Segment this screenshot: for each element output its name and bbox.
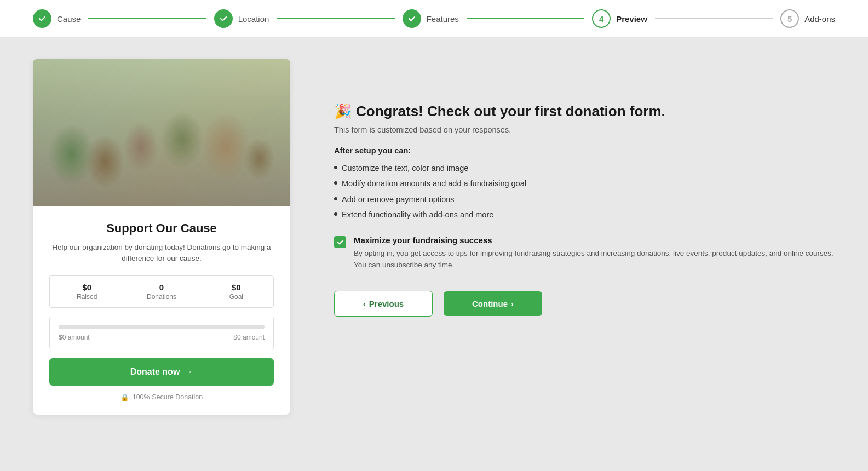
maximize-desc: By opting in, you get access to tips for…	[354, 248, 835, 271]
goal-label: Goal	[204, 293, 269, 301]
maximize-title: Maximize your fundraising success	[354, 236, 835, 245]
stats-row: $0 Raised 0 Donations $0 Goal	[49, 275, 274, 308]
congrats-emoji: 🎉	[334, 103, 352, 120]
addons-number-icon: 5	[780, 9, 799, 28]
form-preview-body: Support Our Cause Help our organization …	[33, 206, 290, 415]
preview-label: Preview	[616, 14, 647, 24]
continue-label: Continue	[472, 299, 508, 308]
bullet-dot-1	[334, 166, 337, 169]
bullet-item-4: Extend functionality with add-ons and mo…	[334, 209, 835, 220]
bullet-item-1: Customize the text, color and image	[334, 163, 835, 174]
progress-bar-track	[59, 325, 265, 329]
congrats-title-text: Congrats! Check out your first donation …	[356, 103, 665, 120]
congrats-title: 🎉 Congrats! Check out your first donatio…	[334, 103, 835, 120]
step-addons: 5 Add-ons	[780, 9, 835, 28]
location-label: Location	[238, 14, 269, 24]
progress-labels: $0 amount $0 amount	[59, 334, 265, 341]
donate-arrow-icon: →	[184, 367, 193, 377]
continue-chevron-icon: ›	[511, 299, 514, 308]
previous-chevron-icon: ‹	[363, 299, 366, 308]
stat-donations: 0 Donations	[124, 276, 199, 307]
bullet-item-2: Modify donation amounts and add a fundra…	[334, 178, 835, 189]
secure-row: 🔒 100% Secure Donation	[49, 393, 274, 401]
progress-container: $0 amount $0 amount	[49, 317, 274, 349]
step-location: Location	[214, 9, 269, 28]
bullet-dot-4	[334, 212, 337, 216]
form-preview-image	[33, 59, 290, 206]
action-buttons: ‹ Previous Continue ›	[334, 291, 835, 317]
cause-label: Cause	[57, 14, 81, 24]
info-panel: 🎉 Congrats! Check out your first donatio…	[334, 59, 835, 317]
stat-goal: $0 Goal	[199, 276, 273, 307]
after-label: After setup you can:	[334, 146, 835, 155]
main-content: Support Our Cause Help our organization …	[0, 37, 868, 436]
progress-start: $0 amount	[59, 334, 90, 341]
addons-label: Add-ons	[804, 14, 835, 24]
bullet-dot-3	[334, 197, 337, 200]
lock-icon: 🔒	[120, 393, 129, 401]
step-preview: 4 Preview	[592, 9, 647, 28]
feature-bullet-list: Customize the text, color and image Modi…	[334, 163, 835, 220]
congrats-subtitle: This form is customized based on your re…	[334, 125, 835, 134]
features-check-icon	[403, 9, 421, 28]
form-description: Help our organization by donating today!…	[49, 242, 274, 265]
location-check-icon	[214, 9, 233, 28]
step-line-4	[655, 18, 773, 19]
stat-raised: $0 Raised	[50, 276, 124, 307]
step-line-2	[277, 18, 394, 19]
step-line-1	[88, 18, 206, 19]
goal-value: $0	[204, 283, 269, 292]
cause-check-icon	[33, 9, 51, 28]
step-cause: Cause	[33, 9, 81, 28]
form-title: Support Our Cause	[49, 221, 274, 236]
previous-label: Previous	[369, 299, 404, 308]
step-features: Features	[403, 9, 459, 28]
raised-value: $0	[54, 283, 119, 292]
maximize-checkbox[interactable]	[334, 236, 346, 248]
donate-now-button[interactable]: Donate now →	[49, 358, 274, 386]
bullet-dot-2	[334, 181, 337, 185]
maximize-content: Maximize your fundraising success By opt…	[354, 236, 835, 271]
photo-simulation	[33, 59, 290, 206]
features-label: Features	[427, 14, 459, 24]
bullet-item-3: Add or remove payment options	[334, 194, 835, 205]
form-preview-card: Support Our Cause Help our organization …	[33, 59, 290, 415]
continue-button[interactable]: Continue ›	[444, 291, 542, 316]
maximize-box: Maximize your fundraising success By opt…	[334, 236, 835, 271]
raised-label: Raised	[54, 293, 119, 301]
secure-label: 100% Secure Donation	[133, 393, 203, 401]
preview-number-icon: 4	[592, 9, 611, 28]
step-line-3	[467, 18, 584, 19]
donate-now-label: Donate now	[130, 367, 180, 377]
progress-end: $0 amount	[233, 334, 265, 341]
stepper: Cause Location Features 4 Preview 5	[0, 0, 868, 37]
donations-label: Donations	[129, 293, 194, 301]
donations-value: 0	[129, 283, 194, 292]
previous-button[interactable]: ‹ Previous	[334, 291, 433, 317]
